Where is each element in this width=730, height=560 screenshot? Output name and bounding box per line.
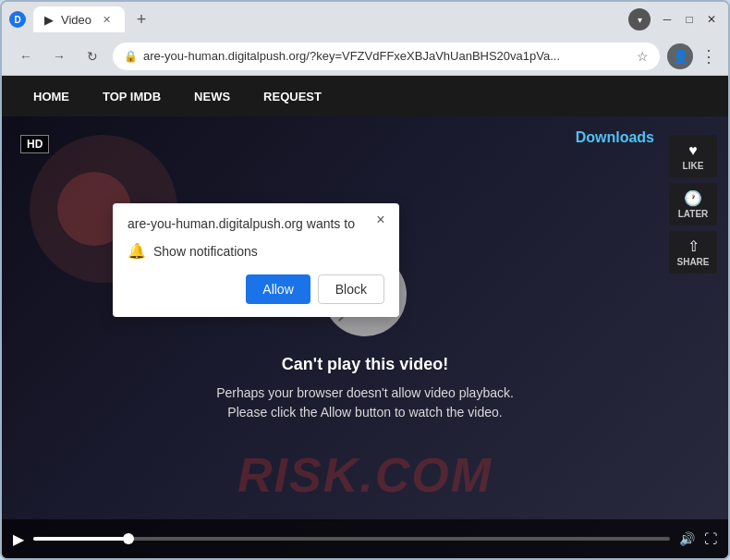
tab-search-button[interactable]: ▾ <box>628 8 651 30</box>
allow-button[interactable]: Allow <box>246 274 310 304</box>
browser-logo: D <box>9 11 26 28</box>
fullscreen-button[interactable]: ⛶ <box>704 531 717 546</box>
title-bar: D ▶ Video ✕ + ▾ ─ □ ✕ <box>2 2 728 37</box>
later-button[interactable]: 🕐 LATER <box>669 183 717 225</box>
active-tab[interactable]: ▶ Video ✕ <box>33 6 125 32</box>
url-bar[interactable]: 🔒 are-you-human.digitalpush.org/?key=VFZ… <box>113 43 660 70</box>
nav-top-imdb[interactable]: TOP IMDB <box>86 76 177 116</box>
share-icon: ⇧ <box>687 237 700 255</box>
notification-label: Show notifications <box>153 244 258 259</box>
browser-window: D ▶ Video ✕ + ▾ ─ □ ✕ ← → ↻ 🔒 are-you-hu… <box>0 0 730 560</box>
close-button[interactable]: ✕ <box>702 10 721 29</box>
downloads-link[interactable]: Downloads <box>576 129 654 146</box>
progress-bar[interactable] <box>33 537 670 541</box>
notification-popup: × are-you-human.digitalpush.org wants to… <box>113 203 399 317</box>
later-label: LATER <box>678 209 709 219</box>
nav-news[interactable]: NEWS <box>177 76 247 116</box>
tab-bar: ▶ Video ✕ + <box>33 6 617 32</box>
cant-play-subtitle: Perhaps your browser doesn't allow video… <box>208 383 522 422</box>
volume-button[interactable]: 🔊 <box>679 531 695 546</box>
popup-action-buttons: Allow Block <box>128 274 384 304</box>
bookmark-icon[interactable]: ☆ <box>637 49 649 64</box>
tab-favicon: ▶ <box>44 13 54 27</box>
share-label: SHARE <box>676 257 709 267</box>
progress-fill <box>33 537 128 541</box>
lock-icon: 🔒 <box>124 50 138 63</box>
minimize-button[interactable]: ─ <box>658 10 676 29</box>
popup-close-button[interactable]: × <box>371 211 390 229</box>
bell-icon: 🔔 <box>128 242 146 260</box>
nav-home[interactable]: HOME <box>17 76 86 116</box>
tab-title: Video <box>61 13 91 27</box>
notification-row: 🔔 Show notifications <box>128 242 384 260</box>
hd-badge: HD <box>20 135 49 153</box>
content-area: HD Downloads RISK.COM Can't play this vi… <box>2 116 728 558</box>
video-player: HD Downloads RISK.COM Can't play this vi… <box>2 116 728 558</box>
share-button[interactable]: ⇧ SHARE <box>669 231 717 274</box>
cant-play-title: Can't play this video! <box>282 355 448 374</box>
nav-request[interactable]: REQUEST <box>247 76 338 116</box>
address-bar: ← → ↻ 🔒 are-you-human.digitalpush.org/?k… <box>2 37 728 76</box>
new-tab-button[interactable]: + <box>128 6 154 32</box>
watermark: RISK.COM <box>237 447 493 503</box>
forward-button[interactable]: → <box>46 43 72 69</box>
like-label: LIKE <box>683 161 704 171</box>
video-controls-bar: ▶ 🔊 ⛶ <box>2 519 728 558</box>
user-account-button[interactable]: 👤 <box>667 43 693 69</box>
sidebar-buttons: ♥ LIKE 🕐 LATER ⇧ SHARE <box>669 135 717 274</box>
like-button[interactable]: ♥ LIKE <box>669 135 717 177</box>
progress-thumb <box>123 533 134 544</box>
site-navigation: HOME TOP IMDB NEWS REQUEST <box>2 76 728 116</box>
popup-title: are-you-human.digitalpush.org wants to <box>128 216 384 231</box>
maximize-button[interactable]: □ <box>680 10 699 29</box>
play-control-button[interactable]: ▶ <box>13 530 24 548</box>
block-button[interactable]: Block <box>318 274 384 304</box>
later-icon: 🕐 <box>684 189 702 207</box>
tab-close-button[interactable]: ✕ <box>99 12 114 27</box>
url-text: are-you-human.digitalpush.org/?key=VFZVd… <box>143 49 631 63</box>
reload-button[interactable]: ↻ <box>79 43 105 69</box>
browser-menu-button[interactable]: ⋮ <box>700 46 717 67</box>
like-icon: ♥ <box>688 142 698 159</box>
back-button[interactable]: ← <box>13 43 39 69</box>
window-controls: ─ □ ✕ <box>658 10 721 29</box>
